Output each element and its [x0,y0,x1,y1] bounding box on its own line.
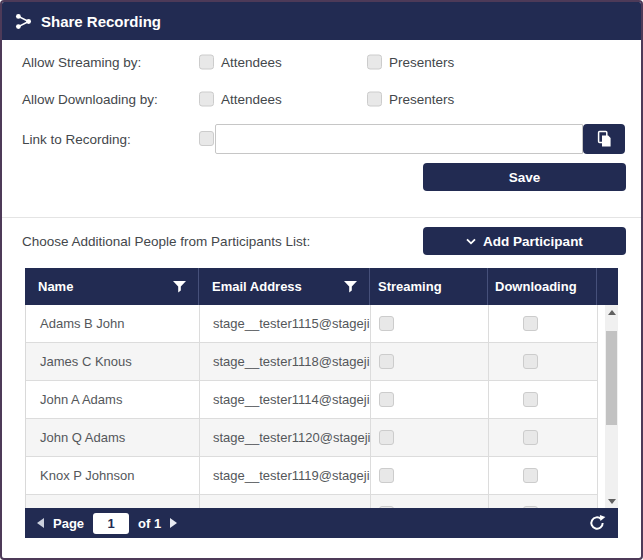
row-downloading-checkbox[interactable] [523,354,538,369]
scroll-down-icon[interactable] [605,494,618,508]
copy-icon [596,130,612,148]
copy-link-button[interactable] [583,124,625,154]
participant-name: Adams B John [26,305,200,342]
participant-name: James C Knous [26,343,200,380]
table-row[interactable]: Mary B Johnson stage__tester1117@stageji… [26,495,598,508]
table-scrollbar[interactable] [605,305,618,508]
dialog-title: Share Recording [41,13,161,30]
previous-page-icon[interactable] [37,518,44,528]
participants-table: Name Email Address Streaming Downloading [25,268,618,508]
column-header-name: Name [25,268,199,305]
participant-email: stage__tester1114@stageji... [200,381,371,418]
scrollbar-thumb[interactable] [606,331,617,425]
save-button-label: Save [509,170,541,185]
row-streaming-checkbox[interactable] [379,316,394,331]
streaming-presenters-option: Presenters [367,55,454,70]
streaming-attendees-checkbox[interactable] [199,55,214,70]
table-footer: Page of 1 [25,508,618,538]
table-row[interactable]: Knox P Johnson stage__tester1119@stageji… [26,457,598,495]
participant-email: stage__tester1119@stageji... [200,457,371,494]
allow-streaming-row: Allow Streaming by: Attendees Presenters [2,52,641,72]
streaming-presenters-label: Presenters [389,55,454,70]
row-downloading-checkbox[interactable] [523,430,538,445]
participant-name: Knox P Johnson [26,457,200,494]
dialog-titlebar: Share Recording [2,2,641,40]
filter-icon[interactable] [173,281,186,293]
scroll-up-icon[interactable] [605,305,618,319]
next-page-icon[interactable] [170,518,177,528]
allow-downloading-label: Allow Downloading by: [22,92,158,107]
streaming-attendees-option: Attendees [199,55,282,70]
downloading-presenters-checkbox[interactable] [367,92,382,107]
link-to-recording-row: Link to Recording: [2,124,641,154]
add-participant-button[interactable]: Add Participant [423,227,626,255]
streaming-attendees-label: Attendees [221,55,282,70]
allow-downloading-row: Allow Downloading by: Attendees Presente… [2,89,641,109]
downloading-presenters-option: Presenters [367,92,454,107]
page-count-label: of 1 [138,516,161,531]
downloading-attendees-label: Attendees [221,92,282,107]
participant-name: Mary B Johnson [26,495,200,508]
allow-streaming-label: Allow Streaming by: [22,55,141,70]
row-streaming-checkbox[interactable] [379,354,394,369]
column-header-email: Email Address [199,268,370,305]
refresh-icon[interactable] [588,514,606,532]
participant-name: John Q Adams [26,419,200,456]
row-streaming-checkbox[interactable] [379,430,394,445]
downloading-attendees-option: Attendees [199,92,282,107]
chevron-down-icon [466,238,476,245]
table-header: Name Email Address Streaming Downloading [25,268,618,305]
table-row[interactable]: John A Adams stage__tester1114@stageji..… [26,381,598,419]
link-enable-checkbox[interactable] [199,131,214,146]
column-header-downloading: Downloading [488,268,597,305]
table-row[interactable]: John Q Adams stage__tester1120@stageji..… [26,419,598,457]
downloading-presenters-label: Presenters [389,92,454,107]
downloading-attendees-checkbox[interactable] [199,92,214,107]
row-streaming-checkbox[interactable] [379,392,394,407]
filter-icon[interactable] [344,281,357,293]
row-streaming-checkbox[interactable] [379,468,394,483]
column-header-streaming: Streaming [370,268,488,305]
page-number-input[interactable] [93,513,129,534]
row-downloading-checkbox[interactable] [523,316,538,331]
choose-participants-label: Choose Additional People from Participan… [22,234,310,249]
add-participant-label: Add Participant [483,234,583,249]
page-label: Page [53,516,84,531]
recording-link-input[interactable] [215,124,583,154]
participant-email: stage__tester1118@stageji... [200,343,371,380]
participant-email: stage__tester1120@stageji... [200,419,371,456]
row-downloading-checkbox[interactable] [523,392,538,407]
column-header-spacer [597,268,618,305]
participant-email: stage__tester1115@stageji... [200,305,371,342]
section-divider [2,217,641,218]
streaming-presenters-checkbox[interactable] [367,55,382,70]
participant-email: stage__tester1117@stageji... [200,495,371,508]
table-body: Adams B John stage__tester1115@stageji..… [25,305,618,508]
table-row[interactable]: Adams B John stage__tester1115@stageji..… [26,305,598,343]
participant-name: John A Adams [26,381,200,418]
save-button[interactable]: Save [423,163,626,191]
table-row[interactable]: James C Knous stage__tester1118@stageji.… [26,343,598,381]
share-recording-dialog: Share Recording Allow Streaming by: Atte… [0,0,643,560]
link-to-recording-label: Link to Recording: [22,132,131,147]
share-icon [15,13,32,30]
row-downloading-checkbox[interactable] [523,468,538,483]
